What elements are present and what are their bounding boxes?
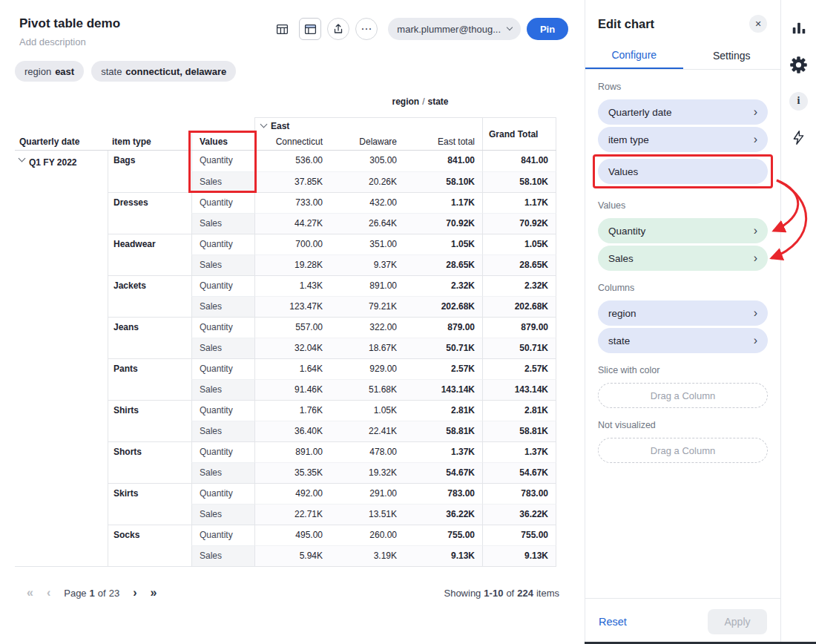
pivot-colheader-east-total[interactable]: East total — [404, 134, 482, 150]
pivot-measure-label: Quantity — [191, 525, 254, 545]
slice-with-color-dropzone[interactable]: Drag a Column — [598, 383, 768, 408]
pivot-item-socks: Socks — [108, 525, 191, 566]
chevron-right-icon: › — [754, 252, 757, 264]
pin-button[interactable]: Pin — [527, 18, 568, 40]
pivot-value-cell: 260.00 — [330, 525, 404, 545]
pivot-measure-label: Sales — [191, 296, 254, 317]
pivot-value-cell: 783.00 — [482, 483, 556, 504]
pivot-value-cell: 492.00 — [254, 483, 330, 504]
pivot-value-cell: 879.00 — [404, 317, 482, 338]
more-options-icon[interactable]: ⋯ — [355, 18, 378, 40]
pivot-value-cell: 1.17K — [404, 192, 482, 213]
pivot-value-cell: 18.67K — [330, 338, 404, 358]
pivot-value-cell: 1.37K — [404, 441, 482, 462]
pivot-value-cell: 2.32K — [404, 275, 482, 296]
filter-chip-region[interactable]: regioneast — [15, 61, 84, 82]
pivot-measure-label: Sales — [191, 545, 254, 566]
pivot-value-cell: 22.71K — [254, 504, 330, 525]
chevron-down-icon[interactable] — [19, 155, 26, 162]
pivot-colheader-quarterly-date[interactable]: Quarterly date — [15, 134, 108, 150]
pivot-value-cell: 1.43K — [254, 275, 330, 296]
pivot-view-icon[interactable] — [299, 18, 321, 40]
chevron-right-icon: › — [754, 106, 757, 118]
first-page-icon[interactable]: « — [27, 586, 33, 599]
next-page-icon[interactable]: › — [133, 586, 136, 599]
pivot-value-cell: 36.22K — [404, 504, 482, 525]
info-icon[interactable]: i — [789, 91, 809, 111]
right-icon-rail: i — [780, 0, 816, 644]
user-dropdown[interactable]: mark.plummer@thoug... — [388, 18, 521, 40]
chip-item-type[interactable]: item type › — [598, 127, 768, 152]
pivot-value-cell: 58.81K — [404, 421, 482, 441]
pivot-value-cell: 143.14K — [482, 379, 556, 400]
pivot-row-quarter[interactable]: Q1 FY 2022 — [15, 151, 108, 566]
filter-chip-state[interactable]: stateconnecticut, delaware — [91, 61, 236, 82]
chevron-down-icon[interactable] — [260, 121, 268, 128]
panel-footer: Reset Apply — [585, 598, 780, 644]
chip-quarterly-date[interactable]: Quarterly date › — [598, 99, 768, 125]
pivot-value-cell: 79.21K — [330, 296, 404, 317]
pivot-measure-label: Sales — [191, 171, 254, 192]
pivot-value-cell: 1.17K — [482, 192, 556, 213]
chip-state[interactable]: state › — [598, 328, 768, 353]
prev-page-icon[interactable]: ‹ — [47, 586, 50, 599]
pivot-value-cell: 20.26K — [330, 171, 404, 192]
pivot-value-cell: 755.00 — [404, 525, 482, 545]
pivot-value-cell: 28.65K — [482, 254, 556, 275]
tab-settings[interactable]: Settings — [683, 42, 781, 69]
share-icon[interactable] — [327, 18, 349, 40]
pivot-colheader-item-type[interactable]: item type — [108, 134, 191, 150]
pivot-value-cell: 351.00 — [330, 234, 404, 254]
pivot-measure-label: Quantity — [191, 358, 254, 379]
pivot-item-shorts: Shorts — [108, 441, 191, 483]
pivot-value-cell: 28.65K — [404, 254, 482, 275]
pivot-value-cell: 755.00 — [482, 525, 556, 545]
pivot-value-cell: 202.68K — [482, 296, 556, 317]
pivot-value-cell: 35.35K — [254, 462, 330, 483]
pivot-colheader-delaware[interactable]: Delaware — [330, 134, 404, 150]
panel-body: Rows Quarterly date › item type › Values… — [585, 82, 780, 463]
lightning-icon[interactable] — [789, 127, 809, 148]
pivot-value-cell: 841.00 — [482, 151, 556, 171]
pivot-value-cell: 291.00 — [330, 483, 404, 504]
section-label-not-visualized: Not visualized — [598, 420, 768, 430]
pivot-colheader-connecticut[interactable]: Connecticut — [254, 134, 330, 150]
pivot-value-cell: 143.14K — [404, 379, 482, 400]
pivot-value-cell: 58.10K — [404, 171, 482, 192]
pivot-item-headwear: Headwear — [108, 234, 191, 275]
chip-values[interactable]: Values — [598, 159, 768, 184]
chip-sales[interactable]: Sales › — [598, 246, 768, 271]
add-description-link[interactable]: Add description — [19, 36, 120, 47]
tab-configure[interactable]: Configure — [585, 42, 683, 69]
pivot-value-cell: 32.04K — [254, 338, 330, 358]
chevron-right-icon: › — [754, 225, 757, 237]
close-icon[interactable]: ✕ — [749, 15, 767, 33]
not-visualized-dropzone[interactable]: Drag a Column — [598, 438, 768, 463]
edit-chart-panel: Edit chart ✕ Configure Settings Rows Qua… — [585, 0, 780, 644]
chevron-right-icon: › — [754, 134, 757, 145]
pivot-value-cell: 13.51K — [330, 504, 404, 525]
gear-icon[interactable] — [789, 54, 809, 75]
pivot-value-cell: 2.57K — [482, 358, 556, 379]
pivot-colheader-grand-total[interactable]: Grand Total — [482, 117, 556, 150]
pivot-value-cell: 305.00 — [330, 151, 404, 171]
quarter-label: Q1 FY 2022 — [29, 157, 77, 168]
title-block: Pivot table demo Add description — [19, 16, 120, 47]
pivot-measure-label: Sales — [191, 421, 254, 441]
pivot-value-cell: 26.64K — [330, 213, 404, 234]
pivot-value-cell: 1.64K — [254, 358, 330, 379]
pivot-measure-label: Sales — [191, 462, 254, 483]
pivot-colgroup-east[interactable]: East — [254, 117, 482, 134]
reset-button[interactable]: Reset — [599, 616, 627, 628]
section-label-columns: Columns — [598, 283, 768, 293]
chip-quantity[interactable]: Quantity › — [598, 218, 768, 243]
pivot-measure-label: Sales — [191, 338, 254, 358]
apply-button[interactable]: Apply — [708, 609, 767, 634]
pivot-colheader-values[interactable]: Values — [191, 134, 254, 150]
chip-region[interactable]: region › — [598, 300, 768, 326]
table-view-icon[interactable] — [271, 18, 293, 40]
chart-icon[interactable] — [789, 18, 809, 39]
page-title: Pivot table demo — [19, 16, 120, 31]
last-page-icon[interactable]: » — [150, 586, 157, 599]
pivot-value-cell: 36.40K — [254, 421, 330, 441]
